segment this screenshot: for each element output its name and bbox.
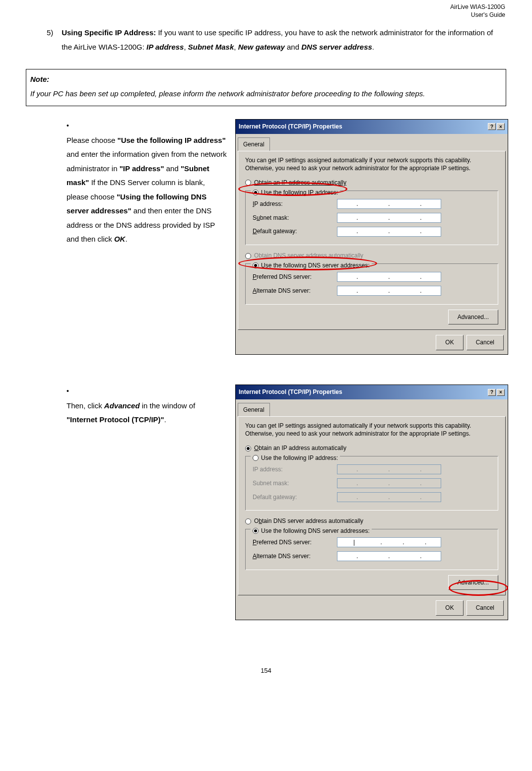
field-gateway-label: Default gateway: [253, 226, 337, 237]
field-subnet-label: Subnet mask: [253, 212, 337, 224]
dialog-title: Internet Protocol (TCP/IP) Properties [239, 386, 342, 398]
field-ip-label: IP address: [253, 198, 337, 210]
bullet-icon: • [66, 385, 77, 398]
field-pref-dns: Preferred DNS server: ... [253, 271, 492, 283]
list-title: Using Specific IP Address: [62, 28, 156, 37]
s2: , [234, 43, 238, 51]
radio-icon [253, 262, 259, 268]
field-subnet-input: ... [337, 478, 441, 488]
field-alt-dns-input[interactable]: ... [337, 286, 441, 296]
advanced-button[interactable]: Advanced... [448, 575, 498, 590]
b1-pre: Please choose [66, 136, 118, 144]
dialog-title: Internet Protocol (TCP/IP) Properties [239, 121, 342, 132]
tab-row: General [236, 399, 508, 416]
field-alt-dns: Alternate DNS server: ... [253, 285, 492, 297]
field-subnet: Subnet mask: ... [253, 212, 492, 224]
group-ip-legend[interactable]: Use the following IP address: [251, 187, 340, 198]
field-gateway-label: Default gateway: [253, 492, 337, 503]
field-alt-dns: Alternate DNS server: ... [253, 551, 492, 562]
group-dns: Use the following DNS server addresses: … [245, 263, 498, 305]
note-box: Note: If your PC has been set up complet… [26, 69, 506, 106]
group-dns: Use the following DNS server addresses: … [245, 529, 498, 570]
b2-t2: . [164, 415, 166, 424]
content-row-1: • Please choose "Use the following IP ad… [26, 119, 506, 355]
b1: IP address [146, 43, 184, 51]
field-subnet: Subnet mask: ... [253, 478, 492, 489]
dialog-desc: You can get IP settings assigned automat… [245, 156, 498, 172]
close-icon[interactable]: × [497, 123, 505, 130]
help-icon[interactable]: ? [488, 123, 496, 130]
b4: DNS server address [301, 43, 372, 51]
cancel-button[interactable]: Cancel [466, 600, 504, 616]
field-ip-input: ... [337, 464, 441, 474]
radio-use-ip-label: Use the following IP address: [261, 187, 338, 198]
b2-t1: in the window of [140, 401, 196, 410]
note-label: Note: [30, 72, 502, 87]
advanced-row: Advanced... [245, 310, 498, 325]
field-gateway: Default gateway: ... [253, 226, 492, 237]
radio-icon [253, 455, 259, 461]
radio-icon [245, 253, 251, 259]
titlebar: Internet Protocol (TCP/IP) Properties ? … [236, 385, 508, 399]
field-pref-dns-label: Preferred DNS server: [253, 537, 337, 548]
tab-area: You can get IP settings assigned automat… [238, 151, 506, 330]
help-icon[interactable]: ? [488, 389, 496, 396]
dialog-1: Internet Protocol (TCP/IP) Properties ? … [235, 119, 508, 355]
bullet-col-2: • Then, click Advanced in the window of … [26, 385, 235, 427]
radio-icon [245, 446, 251, 451]
titlebar-buttons: ? × [488, 123, 505, 130]
group-dns-legend[interactable]: Use the following DNS server addresses: [251, 260, 372, 271]
titlebar-buttons: ? × [488, 389, 505, 396]
b2-pre: Then, click [66, 401, 104, 410]
bullet-body-2: Then, click Advanced in the window of "I… [66, 399, 228, 427]
dialog-desc: You can get IP settings assigned automat… [245, 422, 498, 438]
field-gateway-input[interactable]: ... [337, 227, 441, 237]
field-pref-dns-input[interactable]: | ... [337, 537, 441, 547]
field-alt-dns-input[interactable]: ... [337, 551, 441, 561]
tab-general[interactable]: General [238, 137, 270, 151]
s3: and [285, 43, 301, 51]
field-gateway-input: ... [337, 492, 441, 502]
field-pref-dns: Preferred DNS server: | ... [253, 537, 492, 548]
field-alt-dns-label: Alternate DNS server: [253, 285, 337, 297]
field-pref-dns-label: Preferred DNS server: [253, 271, 337, 283]
ok-button[interactable]: OK [436, 600, 463, 616]
field-ip-input[interactable]: ... [337, 199, 441, 209]
s4: . [372, 43, 374, 51]
s1: , [184, 43, 188, 51]
tab-area: You can get IP settings assigned automat… [238, 416, 506, 596]
group-ip: Use the following IP address: IP address… [245, 456, 498, 511]
group-ip-legend[interactable]: Use the following IP address: [251, 452, 340, 464]
radio-use-ip-label: Use the following IP address: [261, 452, 338, 464]
ok-button[interactable]: OK [436, 335, 463, 350]
bullet-body-1: Please choose "Use the following IP addr… [66, 133, 228, 247]
close-icon[interactable]: × [497, 389, 505, 396]
radio-icon [253, 528, 259, 534]
field-alt-dns-label: Alternate DNS server: [253, 551, 337, 562]
section-5: 5) Using Specific IP Address: If you wan… [26, 26, 506, 54]
page-number: 154 [26, 665, 506, 677]
radio-icon [245, 518, 251, 524]
bullet-col-1: • Please choose "Use the following IP ad… [26, 119, 235, 247]
radio-use-dns-label: Use the following DNS server addresses: [261, 525, 370, 537]
advanced-button[interactable]: Advanced... [448, 310, 498, 325]
cancel-button[interactable]: Cancel [466, 335, 504, 350]
b1-b2: "IP address" [120, 164, 164, 173]
field-ip-label: IP address: [253, 464, 337, 475]
field-subnet-input[interactable]: ... [337, 213, 441, 223]
tab-general[interactable]: General [238, 403, 270, 417]
radio-icon [245, 180, 251, 186]
radio-use-dns-label: Use the following DNS server addresses: [261, 260, 370, 271]
b1-t5: . [125, 235, 127, 243]
field-subnet-label: Subnet mask: [253, 478, 337, 489]
b1-b1: "Use the following IP address" [118, 136, 226, 144]
b2: Subnet Mask [188, 43, 234, 51]
b3: New gateway [238, 43, 285, 51]
dialog-2: Internet Protocol (TCP/IP) Properties ? … [235, 385, 508, 620]
dialog-col-2: Internet Protocol (TCP/IP) Properties ? … [235, 385, 508, 620]
bottom-buttons: OK Cancel [236, 332, 508, 354]
field-pref-dns-input[interactable]: ... [337, 272, 441, 282]
tab-row: General [236, 134, 508, 151]
header-doc: User's Guide [450, 11, 505, 19]
group-dns-legend[interactable]: Use the following DNS server addresses: [251, 525, 372, 537]
